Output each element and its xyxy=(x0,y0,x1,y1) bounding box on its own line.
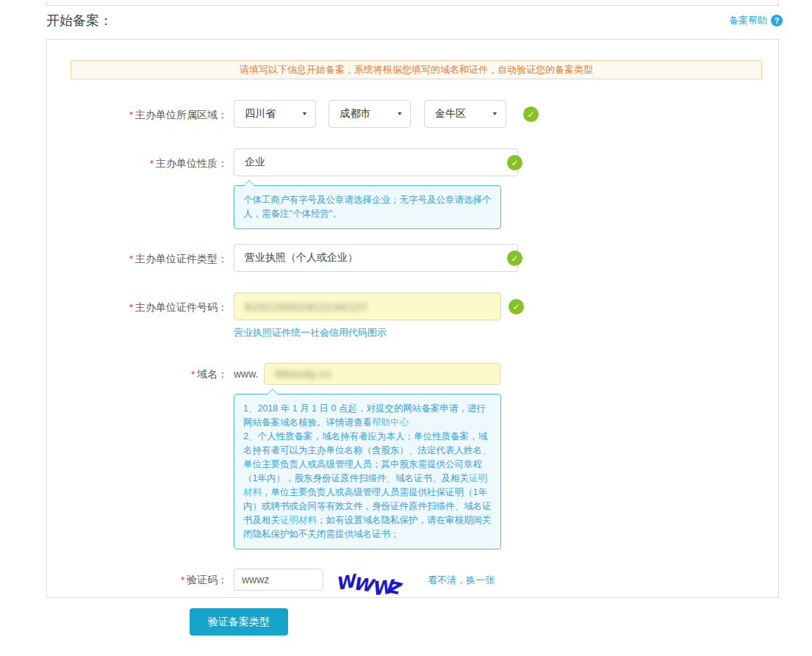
province-select[interactable]: 四川省 ▼ xyxy=(234,100,316,128)
cert-number-control: 915125001912144127 ✓ 营业执照证件统一社会信用代码图示 xyxy=(234,292,524,339)
page-header: 开始备案： 备案帮助 ? xyxy=(46,12,783,29)
captcha-input[interactable] xyxy=(234,569,323,591)
captcha-image: WWWz xyxy=(335,569,401,596)
row-captcha: *验证码： WWWz 看不清，换一张 xyxy=(47,569,778,596)
chevron-down-icon: ▼ xyxy=(492,111,498,117)
district-value: 金牛区 xyxy=(435,107,466,120)
proof-material-link[interactable]: 证明材料 xyxy=(280,515,317,525)
valid-check-icon: ✓ xyxy=(507,155,522,170)
question-circle-icon[interactable]: ? xyxy=(771,15,783,26)
tooltip-text: 个体工商户有字号及公章请选择企业；无字号及公章请选择个人，需备注"个体经营"。 xyxy=(243,193,492,221)
required-asterisk: * xyxy=(129,253,133,264)
filing-form-panel: 请填写以下信息开始备案，系统将根据您填写的域名和证件，自动验证您的备案类型 *主… xyxy=(46,39,779,598)
region-selects: 四川省 ▼ 成都市 ▼ 金牛区 ▼ xyxy=(234,100,516,128)
organizer-region-label: *主办单位所属区域： xyxy=(47,100,228,130)
domain-input[interactable]: 99study.cn xyxy=(264,363,500,385)
district-select[interactable]: 金牛区 ▼ xyxy=(424,100,506,128)
page-title: 开始备案： xyxy=(46,12,112,29)
required-asterisk: * xyxy=(129,109,133,120)
filing-form: *主办单位所属区域： 四川省 ▼ 成都市 ▼ 金牛区 ▼ ✓ *主办单位性质： xyxy=(47,100,778,596)
chevron-down-icon: ▼ xyxy=(397,111,403,117)
notice-banner: 请填写以下信息开始备案，系统将根据您填写的域名和证件，自动验证您的备案类型 xyxy=(71,60,762,79)
row-domain: *域名： www. 99study.cn 1、2018 年 1 月 1 日 0 … xyxy=(47,363,778,549)
required-asterisk: * xyxy=(181,574,184,585)
domain-redacted-value: 99study.cn xyxy=(275,368,331,380)
filing-help-label[interactable]: 备案帮助 xyxy=(729,14,767,27)
cert-type-control: ✓ xyxy=(234,244,518,272)
organizer-nature-tooltip: 个体工商户有字号及公章请选择企业；无字号及公章请选择个人，需备注"个体经营"。 xyxy=(234,185,501,229)
cert-number-redacted-value: 915125001912144127 xyxy=(245,300,368,313)
domain-label: *域名： xyxy=(47,363,228,386)
captcha-label: *验证码： xyxy=(47,569,228,591)
cert-type-input[interactable] xyxy=(234,244,518,272)
required-asterisk: * xyxy=(150,158,154,169)
top-divider xyxy=(46,1,779,6)
verify-filing-type-button[interactable]: 验证备案类型 xyxy=(190,608,288,635)
city-select[interactable]: 成都市 ▼ xyxy=(328,100,411,128)
row-cert-number: *主办单位证件号码： 915125001912144127 ✓ 营业执照证件统一… xyxy=(47,292,778,339)
row-organizer-nature: *主办单位性质： ✓ 个体工商户有字号及公章请选择企业；无字号及公章请选择个人，… xyxy=(47,148,778,229)
valid-check-icon: ✓ xyxy=(509,299,524,314)
valid-check-icon: ✓ xyxy=(523,107,539,122)
domain-rule-1: 1、2018 年 1 月 1 日 0 点起，对提交的网站备案申请，进行网站备案域… xyxy=(243,402,492,430)
captcha-control: WWWz 看不清，换一张 xyxy=(234,569,495,596)
cert-number-label: *主办单位证件号码： xyxy=(47,292,228,322)
province-value: 四川省 xyxy=(245,107,276,120)
credit-code-example-link[interactable]: 营业执照证件统一社会信用代码图示 xyxy=(234,326,387,339)
domain-control: www. 99study.cn 1、2018 年 1 月 1 日 0 点起，对提… xyxy=(234,363,501,549)
valid-check-icon: ✓ xyxy=(507,250,522,266)
chevron-down-icon: ▼ xyxy=(301,111,308,117)
domain-rules-tooltip: 1、2018 年 1 月 1 日 0 点起，对提交的网站备案申请，进行网站备案域… xyxy=(234,394,501,549)
row-cert-type: *主办单位证件类型： ✓ xyxy=(47,244,778,274)
city-value: 成都市 xyxy=(339,107,370,120)
organizer-nature-control: ✓ 个体工商户有字号及公章请选择企业；无字号及公章请选择个人，需备注"个体经营"… xyxy=(234,148,518,229)
domain-rule-2: 2、个人性质备案，域名持有者应为本人；单位性质备案，域名持有者可以为主办单位名称… xyxy=(243,430,492,541)
cert-type-label: *主办单位证件类型： xyxy=(47,244,228,274)
cert-number-input[interactable]: 915125001912144127 xyxy=(234,292,501,320)
required-asterisk: * xyxy=(191,369,195,380)
organizer-nature-input[interactable] xyxy=(234,148,518,176)
filing-help-link[interactable]: 备案帮助 ? xyxy=(729,14,783,27)
organizer-nature-label: *主办单位性质： xyxy=(47,148,228,179)
required-asterisk: * xyxy=(129,302,133,313)
help-center-link[interactable]: 帮助中心 xyxy=(372,417,409,428)
captcha-refresh-link[interactable]: 看不清，换一张 xyxy=(428,569,495,592)
www-prefix: www. xyxy=(234,363,258,385)
row-organizer-region: *主办单位所属区域： 四川省 ▼ 成都市 ▼ 金牛区 ▼ ✓ xyxy=(47,100,778,130)
